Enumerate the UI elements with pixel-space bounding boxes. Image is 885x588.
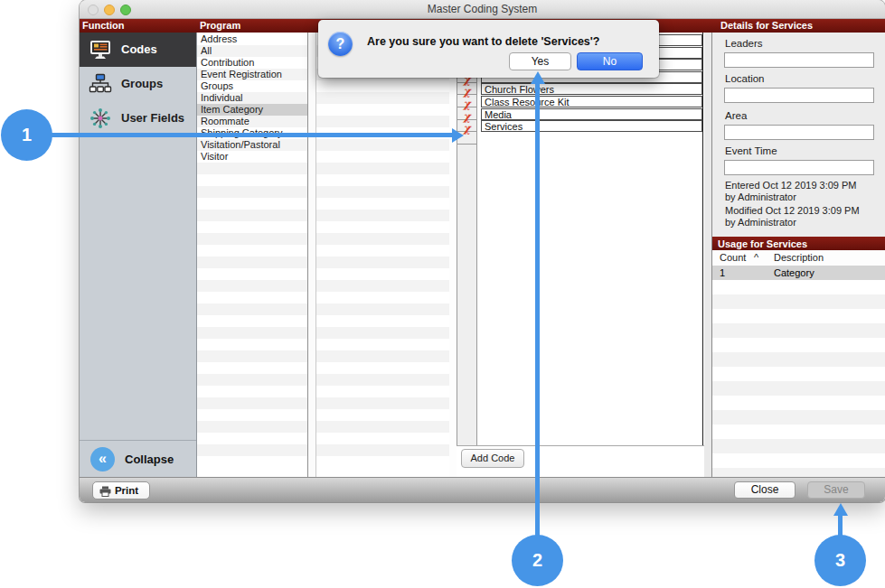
- program-empty-row: [197, 315, 307, 327]
- sub-code-empty-row: [316, 292, 449, 303]
- add-code-button[interactable]: Add Code: [461, 449, 524, 468]
- column-divider: [449, 33, 457, 477]
- sub-code-empty-row: [316, 433, 449, 444]
- program-item-address[interactable]: Address: [197, 33, 307, 45]
- question-mark-icon: ?: [328, 32, 353, 56]
- sub-code-empty-row: [316, 350, 449, 362]
- leaders-field[interactable]: [724, 52, 874, 68]
- usage-empty-row: [712, 280, 885, 294]
- footer-bar: Print Close Save: [80, 477, 885, 502]
- sub-code-list: [316, 33, 449, 477]
- program-item-visitation-pastoral[interactable]: Visitation/Pastoral: [197, 139, 307, 151]
- program-empty-row: [197, 174, 307, 186]
- usage-empty-row: [712, 381, 885, 396]
- program-empty-row: [197, 433, 307, 444]
- print-button[interactable]: Print: [92, 481, 150, 499]
- sub-code-empty-row: [316, 139, 449, 151]
- program-empty-row: [197, 327, 307, 339]
- delete-code-cell[interactable]: χ: [457, 107, 476, 120]
- sort-ascending-icon[interactable]: ^: [754, 252, 758, 263]
- location-field[interactable]: [724, 88, 874, 103]
- sub-code-empty-row: [316, 397, 449, 409]
- program-empty-row: [197, 397, 307, 409]
- program-empty-row: [197, 221, 307, 233]
- sub-code-empty-row: [316, 245, 449, 257]
- program-empty-row: [197, 292, 307, 303]
- program-item-roommate[interactable]: Roommate: [197, 116, 307, 127]
- yes-button[interactable]: Yes: [509, 52, 571, 70]
- code-list-panel: χχχχχχχχ Church FlowersClass Resource Ki…: [457, 33, 704, 477]
- usage-table-header: Count ^ Description: [712, 250, 885, 266]
- program-empty-row: [197, 163, 307, 174]
- program-empty-row: [197, 456, 307, 468]
- program-item-individual[interactable]: Individual: [197, 92, 307, 104]
- sub-code-empty-row: [316, 280, 449, 292]
- program-header: Program: [200, 20, 240, 31]
- program-empty-row: [197, 350, 307, 362]
- usage-col-count[interactable]: Count: [720, 252, 746, 263]
- usage-empty-row: [712, 323, 885, 338]
- sidebar-item-user-fields[interactable]: User Fields: [80, 101, 196, 135]
- program-empty-row: [197, 198, 307, 210]
- code-column-divider: [457, 445, 704, 446]
- sub-code-empty-row: [316, 362, 449, 374]
- delete-code-cell[interactable]: χ: [457, 82, 476, 95]
- program-empty-row: [197, 409, 307, 421]
- event-time-field[interactable]: [724, 160, 874, 175]
- sub-code-empty-row: [316, 92, 449, 104]
- usage-empty-row: [712, 425, 885, 439]
- program-item-contribution[interactable]: Contribution: [197, 57, 307, 69]
- program-list: AddressAllContributionEvent Registration…: [197, 33, 308, 477]
- annotation-arrowhead-2: [531, 71, 545, 84]
- close-button[interactable]: Close: [734, 481, 796, 499]
- code-item-services[interactable]: Services: [481, 120, 702, 132]
- usage-empty-row: [712, 309, 885, 323]
- no-button[interactable]: No: [577, 52, 643, 70]
- area-label: Area: [725, 110, 747, 121]
- usage-count-value: 1: [720, 267, 725, 278]
- code-item-media[interactable]: Media: [481, 108, 702, 120]
- sub-code-empty-row: [316, 80, 449, 92]
- annotation-badge-3: 3: [814, 535, 866, 586]
- sub-code-empty-row: [316, 151, 449, 163]
- function-header: Function: [82, 20, 124, 31]
- function-sidebar: Codes Groups: [80, 33, 197, 477]
- program-empty-row: [197, 303, 307, 315]
- location-label: Location: [725, 73, 764, 84]
- printer-icon: [99, 486, 111, 497]
- program-empty-row: [197, 280, 307, 292]
- codes-monitor-icon: [89, 38, 112, 61]
- code-item-church-flowers[interactable]: Church Flowers: [481, 83, 702, 95]
- program-item-groups[interactable]: Groups: [197, 80, 307, 92]
- collapse-sidebar-button[interactable]: « Collapse: [80, 440, 196, 477]
- event-time-label: Event Time: [725, 145, 777, 156]
- sub-code-empty-row: [316, 386, 449, 397]
- program-item-item-category[interactable]: Item Category: [197, 104, 307, 116]
- save-button[interactable]: Save: [807, 481, 865, 499]
- collapse-chevrons-icon[interactable]: «: [90, 447, 115, 471]
- program-empty-row: [197, 233, 307, 245]
- program-item-visitor[interactable]: Visitor: [197, 151, 307, 163]
- program-item-all[interactable]: All: [197, 45, 307, 57]
- details-panel: Leaders Location Area Event Time Entered…: [711, 33, 885, 477]
- dialog-message: Are you sure you want to delete 'Service…: [367, 35, 599, 48]
- area-field[interactable]: [724, 125, 874, 140]
- sub-code-empty-row: [316, 104, 449, 116]
- sidebar-item-groups[interactable]: Groups: [80, 67, 196, 101]
- usage-description-value: Category: [774, 267, 814, 278]
- sidebar-item-codes[interactable]: Codes: [80, 33, 196, 67]
- details-header: Details for Services: [720, 20, 813, 31]
- usage-col-description[interactable]: Description: [774, 252, 824, 263]
- modified-timestamp: Modified Oct 12 2019 3:09 PM by Administ…: [725, 205, 860, 228]
- sub-code-empty-row: [316, 268, 449, 280]
- code-item-class-resource-kit[interactable]: Class Resource Kit: [481, 96, 702, 107]
- code-column-border: [702, 33, 703, 445]
- usage-empty-row: [712, 453, 885, 468]
- delete-code-cell[interactable]: χ: [457, 95, 476, 107]
- user-fields-asterisk-icon: [89, 107, 112, 130]
- usage-table-row[interactable]: 1Category: [712, 266, 885, 280]
- program-item-event-registration[interactable]: Event Registration: [197, 69, 307, 80]
- sub-code-empty-row: [316, 327, 449, 339]
- collapse-label: Collapse: [125, 453, 174, 466]
- sub-code-empty-row: [316, 210, 449, 221]
